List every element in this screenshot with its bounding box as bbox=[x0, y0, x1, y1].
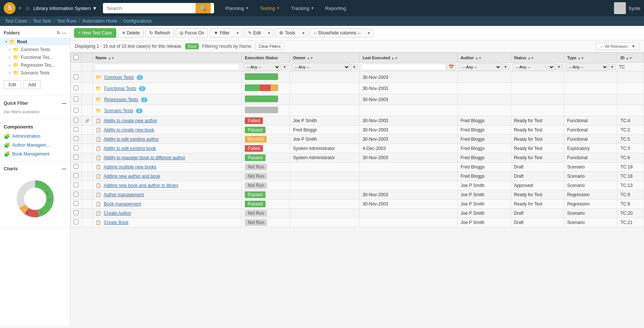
search-button[interactable]: 🔍 bbox=[196, 3, 211, 13]
test-case-name-link[interactable]: Author management bbox=[104, 192, 144, 197]
header-type[interactable]: Type ▲▼ bbox=[564, 53, 617, 63]
edit-dropdown-arrow[interactable]: ▼ bbox=[264, 29, 274, 37]
edit-button[interactable]: Edit bbox=[4, 80, 21, 89]
author-drop-arrow[interactable]: ▼ bbox=[502, 64, 509, 70]
last-exec-filter-input[interactable] bbox=[361, 64, 446, 70]
nav-reporting[interactable]: Reporting bbox=[320, 3, 351, 14]
breadcrumb-automation-hosts[interactable]: Automation Hosts bbox=[82, 19, 117, 24]
row-checkbox[interactable] bbox=[74, 183, 79, 187]
test-case-name-link[interactable]: Ability to create new book bbox=[104, 127, 154, 133]
owner-drop-arrow[interactable]: ▼ bbox=[351, 64, 358, 70]
test-case-name-link[interactable]: Ability to edit existing author bbox=[104, 137, 159, 142]
calendar-icon[interactable]: 📅 bbox=[447, 63, 456, 71]
test-case-name-link[interactable]: Ability to create new author bbox=[104, 118, 157, 123]
type-filter[interactable]: -- Any -- bbox=[566, 63, 608, 71]
row-checkbox[interactable] bbox=[74, 145, 79, 150]
test-case-name-link[interactable]: Adding new book and author to library bbox=[104, 183, 178, 188]
clear-filters-button[interactable]: Clear Filters bbox=[255, 43, 284, 50]
exec-status-drop-arrow[interactable]: ▼ bbox=[281, 64, 288, 70]
header-owner[interactable]: Owner ▲▼ bbox=[290, 53, 360, 63]
folder-name-link[interactable]: Regression Tests bbox=[104, 97, 138, 102]
row-checkbox[interactable] bbox=[74, 220, 79, 224]
app-dropdown-arrow[interactable]: ▼ bbox=[92, 6, 97, 11]
row-checkbox[interactable] bbox=[74, 173, 79, 178]
folder-functional-tests[interactable]: ▷ 📁 Functional Tes... bbox=[0, 53, 70, 61]
select-all-checkbox[interactable] bbox=[74, 55, 79, 60]
row-checkbox[interactable] bbox=[74, 201, 79, 206]
search-input[interactable] bbox=[103, 3, 196, 13]
breadcrumb-test-sets[interactable]: Test Sets bbox=[33, 19, 51, 24]
row-checkbox-cell bbox=[71, 172, 82, 181]
name-filter-input[interactable] bbox=[94, 64, 240, 70]
breadcrumb-configurations[interactable]: Configurations bbox=[123, 19, 151, 24]
folders-collapse-icon[interactable]: — bbox=[62, 30, 66, 36]
nav-planning[interactable]: Planning ▼ bbox=[220, 3, 254, 14]
folder-regression-tests[interactable]: ▷ 📁 Regression Tes... bbox=[0, 61, 70, 69]
component-author-management[interactable]: 🧩 Author Managem... bbox=[0, 141, 70, 150]
app-name[interactable]: Library Information System ▼ bbox=[33, 6, 97, 11]
row-checkbox[interactable] bbox=[74, 127, 79, 132]
focus-on-button[interactable]: ◎ Focus On bbox=[176, 28, 208, 38]
test-case-name-link[interactable]: Adding multiple new books bbox=[104, 164, 157, 170]
folder-name-link[interactable]: Functional Tests bbox=[104, 86, 136, 91]
header-author[interactable]: Author ▲▼ bbox=[457, 53, 511, 63]
row-checkbox[interactable] bbox=[74, 164, 79, 169]
test-case-name-link[interactable]: Create Author bbox=[104, 211, 131, 216]
component-administration[interactable]: 🧩 Administration bbox=[0, 132, 70, 141]
test-case-name-link[interactable]: Adding new author and book bbox=[104, 174, 160, 179]
nav-tracking[interactable]: Tracking ▼ bbox=[286, 3, 319, 14]
filter-dropdown-arrow[interactable]: ▼ bbox=[233, 29, 243, 37]
breadcrumb-test-runs[interactable]: Test Runs bbox=[57, 19, 76, 24]
header-name[interactable]: Name ▲▼ bbox=[93, 53, 242, 63]
logo-dropdown-arrow[interactable]: ▼ bbox=[18, 6, 22, 10]
component-book-management[interactable]: 🧩 Book Management bbox=[0, 150, 70, 158]
refresh-button[interactable]: ↻ Refresh bbox=[145, 28, 174, 38]
owner-filter[interactable]: -- Any -- bbox=[291, 63, 350, 71]
header-status[interactable]: Status ▲▼ bbox=[511, 53, 564, 63]
filter-button[interactable]: ▼ Filter bbox=[210, 28, 234, 38]
folder-name-link[interactable]: Common Tests bbox=[104, 75, 134, 80]
show-hide-columns-button[interactable]: -- Show/hide columns -- bbox=[310, 28, 365, 38]
tools-dropdown-arrow[interactable]: ▼ bbox=[299, 29, 308, 37]
row-checkbox[interactable] bbox=[74, 155, 79, 160]
row-checkbox[interactable] bbox=[74, 108, 79, 113]
add-button[interactable]: Add bbox=[23, 80, 41, 89]
tools-button[interactable]: ⚙ Tools bbox=[275, 28, 299, 38]
author-filter[interactable]: -- Any -- bbox=[459, 63, 501, 71]
folders-refresh-icon[interactable]: ↻ bbox=[57, 30, 60, 36]
test-case-name-link[interactable]: Ability to edit existing book bbox=[104, 146, 156, 151]
user-avatar[interactable] bbox=[614, 2, 626, 14]
status-drop-arrow[interactable]: ▼ bbox=[555, 64, 563, 70]
new-test-case-button[interactable]: + New Test Case bbox=[74, 28, 116, 38]
row-checkbox[interactable] bbox=[74, 118, 79, 123]
breadcrumb-test-cases[interactable]: Test Cases bbox=[5, 19, 27, 24]
row-checkbox[interactable] bbox=[74, 97, 79, 101]
row-id: TC:3 bbox=[617, 144, 644, 153]
folder-common-tests[interactable]: ▷ 📁 Common Tests bbox=[0, 46, 70, 53]
folder-name-link[interactable]: Scenario Tests bbox=[104, 108, 133, 113]
logo-button[interactable]: S bbox=[4, 2, 16, 14]
quick-filter-collapse[interactable]: — bbox=[62, 101, 66, 106]
type-drop-arrow[interactable]: ▼ bbox=[609, 64, 616, 70]
row-checkbox[interactable] bbox=[74, 210, 79, 215]
row-author bbox=[457, 94, 511, 105]
nav-testing[interactable]: Testing ▼ bbox=[255, 3, 285, 14]
folder-root[interactable]: ▼ 📁 Root bbox=[0, 38, 70, 46]
exec-status-filter[interactable]: -- Any -- bbox=[243, 63, 280, 71]
header-id[interactable]: ID ▲▼ bbox=[617, 53, 644, 63]
columns-dropdown-arrow[interactable]: ▼ bbox=[364, 29, 374, 37]
folder-scenario-tests[interactable]: ▷ 📁 Scenario Tests bbox=[0, 69, 70, 77]
header-last-executed[interactable]: Last Executed ▲▼ bbox=[359, 53, 457, 63]
charts-collapse-icon[interactable]: — bbox=[62, 166, 66, 171]
edit-toolbar-button[interactable]: ✎ Edit bbox=[244, 28, 265, 38]
test-case-name-link[interactable]: Create Book bbox=[104, 220, 129, 225]
row-checkbox[interactable] bbox=[74, 86, 79, 90]
test-case-name-link[interactable]: Ability to reassign book to different au… bbox=[104, 155, 186, 160]
row-checkbox[interactable] bbox=[74, 74, 79, 79]
row-checkbox[interactable] bbox=[74, 136, 79, 141]
row-checkbox[interactable] bbox=[74, 192, 79, 197]
all-releases-button[interactable]: --- All Releases - ▼ bbox=[596, 43, 640, 50]
test-case-name-link[interactable]: Book management bbox=[104, 201, 141, 207]
status-filter[interactable]: -- Any -- bbox=[513, 63, 555, 71]
delete-button[interactable]: ✕ Delete bbox=[118, 28, 144, 38]
